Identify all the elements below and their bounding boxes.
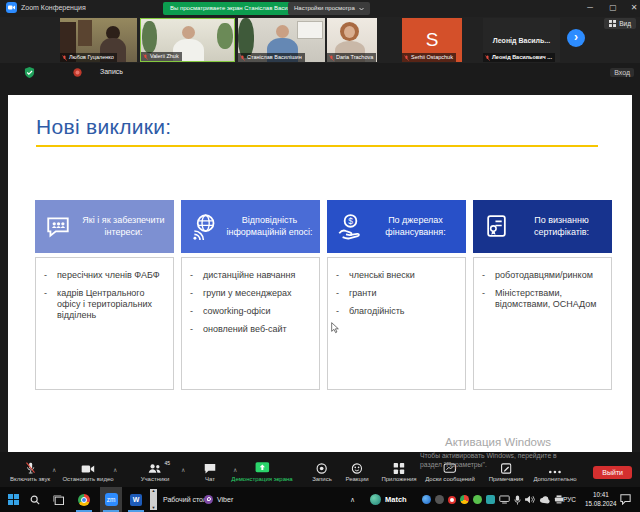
window-title: Zoom Конференция [21,4,86,11]
column-panel: членські внески гранти благодійність [327,257,466,390]
screen-share-icon [255,462,269,474]
search-icon[interactable] [28,487,42,512]
participants-button[interactable]: 45 Участники [141,462,170,482]
action-center-icon[interactable] [620,494,631,505]
participants-count: 45 [164,460,170,466]
view-options-button[interactable]: Настройки просмотра [288,2,370,15]
view-button[interactable]: Вид [604,18,636,29]
windows-activation-hint: Чтобы активировать Windows, перейдите в … [420,451,557,469]
unmute-button[interactable]: Включить звук [10,462,50,482]
clock-date: 15.08.2024 [585,500,617,509]
minimize-button[interactable]: ─ [580,0,600,16]
microphone-tray-icon[interactable] [514,495,521,505]
column-header: Які і як забезпечити інтереси: [35,200,174,253]
participant-display-name: Леонід Василь... [493,37,550,44]
start-button[interactable] [6,487,20,512]
bullet-item: дистанційне навчання [190,270,313,281]
participant-tile-name-only[interactable]: Леонід Василь... Леонід Васильович ... [483,18,560,62]
participant-tile-active-speaker[interactable]: Valerii Zhuk [140,18,235,62]
windows-activation-watermark: Активация Windows [445,436,551,448]
apps-button[interactable]: Приложения [381,462,416,482]
share-screen-button[interactable]: Демонстрация экрана [231,462,292,482]
chrome-icon[interactable] [75,487,93,512]
column-header: По визнанню сертифікатів: [473,200,612,253]
hand-coin-icon: $ [335,212,365,242]
column-panel: пересічних членів ФАБФ кадрів Центрально… [35,257,174,390]
column-header-text: Які і як забезпечити інтереси: [77,215,170,238]
svg-text:$: $ [348,216,353,226]
language-indicator[interactable]: РУС [563,487,576,512]
scroll-up-icon[interactable]: ▲ [152,489,156,493]
participant-tile[interactable]: Станіслав Василішин [238,18,325,62]
muted-mic-icon [240,55,245,61]
bullet-item: членські внески [336,270,459,281]
zoom-taskbar-active-cell[interactable]: zm [100,487,122,512]
participant-name: Serhii Ostapchuk [411,54,453,61]
presentation-slide: Нові виклики: Які і як забезпечити інтер… [8,95,632,452]
next-participants-button[interactable]: › [567,29,585,47]
clock-time: 10:41 [585,491,617,500]
slide-column-interests: Які і як забезпечити інтереси: пересічни… [35,95,174,452]
column-header-text: Відповідність інформаційній епосі: [223,215,316,238]
leave-meeting-button[interactable]: Выйти [593,466,632,479]
app-tray-icon[interactable] [435,495,444,504]
security-shield-icon[interactable] [24,67,35,78]
stop-video-button[interactable]: Остановить видео [62,462,113,482]
desktop-toolbar-label[interactable]: Рабочий стол [163,487,207,512]
bullet-item: оновлений веб-сайт [190,324,313,335]
zoom-taskbar-icon: zm [105,493,118,506]
video-app-icon[interactable] [486,495,495,504]
entry-button[interactable]: Вход [610,68,634,77]
participant-tile[interactable]: Daria Trachova [327,18,377,62]
volume-icon[interactable] [525,495,535,504]
chevron-down-icon [359,7,364,11]
window-titlebar: Zoom Конференция Вы просматриваете экран… [0,0,640,17]
word-icon[interactable]: W [128,487,144,512]
chevron-up-icon[interactable]: ∧ [113,466,117,473]
viber-icon[interactable] [202,487,215,512]
column-header: $ По джерелах фінансування: [327,200,466,253]
viber-label[interactable]: Viber [217,487,233,512]
chrome-tray-icon[interactable] [460,495,469,504]
participant-initial: S [426,29,439,51]
chevron-up-icon[interactable]: ∧ [181,466,185,473]
close-button[interactable]: ✕ [624,0,640,16]
bullet-item: роботодавцями/ринком [482,270,605,281]
toolbar-scrollbar[interactable]: ▲▼ [150,489,157,510]
participant-name: Станіслав Василішин [247,54,302,61]
taskbar-clock[interactable]: 10:41 15.08.2024 [585,491,617,508]
scroll-down-icon[interactable]: ▼ [152,506,156,510]
smiley-icon [352,463,363,474]
task-view-icon[interactable] [51,487,65,512]
participant-tile[interactable]: Любов Гуцаленко [60,18,137,62]
participant-tile-initial[interactable]: S Serhii Ostapchuk [402,18,462,62]
more-dots-icon [549,470,562,474]
chat-bubble-icon [204,463,216,474]
recording-indicator-icon[interactable] [73,68,82,77]
camera-icon [81,464,94,474]
slide-column-certificates: По визнанню сертифікатів: роботодавцями/… [473,95,612,452]
chevron-up-icon[interactable]: ∧ [52,466,56,473]
participant-name: Леонід Васильович ... [492,54,552,61]
phone-app-icon[interactable] [473,495,482,504]
news-widget-label[interactable]: Match [385,487,407,512]
recording-label: Запись [100,68,123,75]
maximize-button[interactable]: ▢ [603,0,623,16]
reactions-button[interactable]: Реакции [345,462,368,482]
onedrive-icon[interactable] [539,496,550,504]
edge-icon[interactable] [422,495,431,504]
speech-bubble-people-icon [43,212,73,242]
windows-taskbar: zm W ▲▼ Рабочий стол Viber ∧ Match [0,487,640,512]
participant-name: Любов Гуцаленко [69,54,114,61]
participants-icon [148,463,162,474]
hidden-icons-chevron[interactable]: ∧ [350,487,355,512]
bullet-item: гранти [336,288,459,299]
chat-button[interactable]: Чат [204,462,216,482]
zoom-app-icon [6,2,17,13]
bullet-item: благодійність [336,306,459,317]
column-panel: дистанційне навчання групи у месенджерах… [181,257,320,390]
record-button[interactable]: Запись [312,462,332,482]
display-icon[interactable] [499,495,510,504]
opera-icon[interactable] [448,496,456,504]
news-widget-icon[interactable] [369,487,382,512]
